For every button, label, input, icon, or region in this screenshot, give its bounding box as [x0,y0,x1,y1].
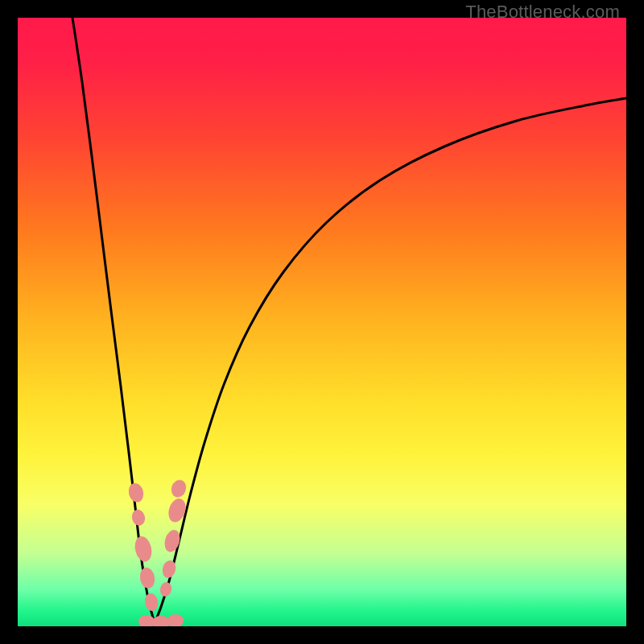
outer-black-frame: TheBottleneck.com [0,0,644,644]
gradient-background [18,18,626,626]
watermark-text: TheBottleneck.com [465,2,620,23]
plot-svg [18,18,626,626]
plot-area [18,18,626,626]
